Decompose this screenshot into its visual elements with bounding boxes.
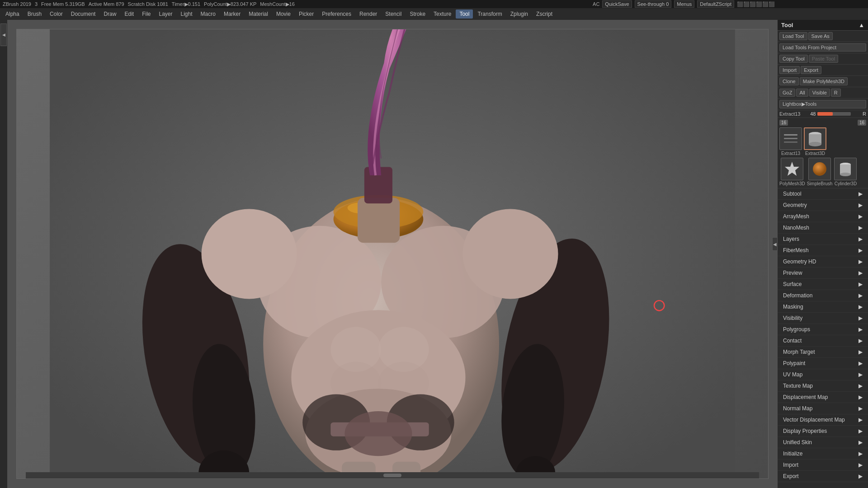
thumb-extract3d[interactable]: Extract3D — [804, 127, 826, 156]
goz-button[interactable]: GoZ — [779, 89, 795, 97]
section-vector-displacement-map-label: Vector Displacement Map — [783, 417, 845, 423]
save-as-button[interactable]: Save As — [808, 32, 833, 40]
section-displacement-map[interactable]: Displacement Map ▶ — [778, 392, 868, 403]
section-morph-target[interactable]: Morph Target ▶ — [778, 347, 868, 358]
menu-edit[interactable]: Edit — [121, 9, 137, 19]
extract-slider-fill — [817, 112, 832, 116]
section-layers[interactable]: Layers ▶ — [778, 234, 868, 245]
section-subtool[interactable]: Subtool ▶ — [778, 188, 868, 200]
import-button[interactable]: Import — [779, 66, 800, 74]
lightbox-tools-button[interactable]: Lightbox▶Tools — [779, 100, 866, 108]
section-texture-map[interactable]: Texture Map ▶ — [778, 380, 868, 392]
section-import-bottom[interactable]: Import ▶ — [778, 460, 868, 471]
menu-color[interactable]: Color — [46, 9, 66, 19]
left-btn-1[interactable]: ◀ — [0, 23, 7, 46]
canvas-area[interactable] — [7, 20, 778, 488]
quicksave-button[interactable]: QuickSave — [602, 0, 632, 8]
chevron-right-icon-8: ▶ — [859, 270, 863, 276]
thumb-polymesh3d[interactable]: PolyMesh3D — [779, 158, 805, 186]
load-tool-button[interactable]: Load Tool — [779, 32, 807, 40]
section-display-properties[interactable]: Display Properties ▶ — [778, 426, 868, 437]
section-masking[interactable]: Masking ▶ — [778, 301, 868, 313]
section-nanomesh[interactable]: NanoMesh ▶ — [778, 222, 868, 234]
menu-layer[interactable]: Layer — [156, 9, 176, 19]
make-polymesh3d-button[interactable]: Make PolyMesh3D — [800, 77, 848, 85]
menu-stroke[interactable]: Stroke — [406, 9, 429, 19]
tool-buttons-row1: Load Tool Save As — [778, 31, 868, 42]
section-import-bottom-label: Import — [783, 462, 798, 468]
r-key-button[interactable]: R — [831, 89, 841, 97]
icon-bar-icons: ⬛⬛⬛⬛⬛⬛ — [737, 1, 775, 7]
export-button[interactable]: Export — [801, 66, 821, 74]
section-uv-map[interactable]: UV Map ▶ — [778, 369, 868, 380]
section-preview[interactable]: Preview ▶ — [778, 267, 868, 279]
paste-tool-button[interactable]: Paste Tool — [809, 55, 838, 63]
menu-render[interactable]: Render — [356, 9, 381, 19]
thumb-cylinder3d[interactable]: Cylinder3D — [834, 158, 857, 186]
scroll-thumb[interactable] — [383, 474, 401, 477]
section-unified-skin[interactable]: Unified Skin ▶ — [778, 437, 868, 448]
sections-list: Subtool ▶ Geometry ▶ ArrayMesh ▶ NanoMes… — [778, 188, 868, 482]
section-initialize[interactable]: Initialize ▶ — [778, 448, 868, 460]
top-right-controls: AC QuickSave See-through 0 Menus Default… — [593, 0, 778, 8]
timer: Timer▶0.151 — [172, 1, 200, 7]
menu-tool[interactable]: Tool — [456, 9, 473, 19]
expand-icon[interactable]: ▲ — [859, 22, 864, 28]
section-displacement-map-label: Displacement Map — [783, 394, 828, 400]
menu-document[interactable]: Document — [67, 9, 99, 19]
menu-stencil[interactable]: Stencil — [382, 9, 405, 19]
canvas-inner[interactable] — [16, 29, 769, 479]
menu-transform[interactable]: Transform — [474, 9, 505, 19]
chevron-right-icon-21: ▶ — [859, 417, 863, 423]
section-visibility[interactable]: Visibility ▶ — [778, 313, 868, 324]
section-deformation[interactable]: Deformation ▶ — [778, 290, 868, 301]
section-contact[interactable]: Contact ▶ — [778, 335, 868, 347]
visible-button[interactable]: Visible — [809, 89, 830, 97]
menu-texture[interactable]: Texture — [430, 9, 455, 19]
menu-alpha[interactable]: Alpha — [2, 9, 23, 19]
horizontal-scrollbar[interactable] — [26, 472, 759, 479]
menu-marker[interactable]: Marker — [220, 9, 244, 19]
thumb-label-extract13-flat: Extract13 — [781, 151, 800, 156]
copy-tool-button[interactable]: Copy Tool — [779, 55, 808, 63]
menu-material[interactable]: Material — [245, 9, 272, 19]
menu-draw[interactable]: Draw — [100, 9, 120, 19]
see-through-button[interactable]: See-through 0 — [635, 0, 672, 8]
panel-collapse-button[interactable]: ◀ — [772, 237, 778, 251]
menu-preferences[interactable]: Preferences — [318, 9, 355, 19]
tool-thumbs-row2: PolyMesh3D SimpleBrush — [779, 158, 866, 186]
thumb-extract13-flat[interactable]: Extract13 — [779, 127, 802, 156]
section-geometry-hd[interactable]: Geometry HD ▶ — [778, 256, 868, 267]
clone-button[interactable]: Clone — [779, 77, 799, 85]
section-surface[interactable]: Surface ▶ — [778, 279, 868, 290]
section-fibermesh[interactable]: FiberMesh ▶ — [778, 245, 868, 256]
thumb-count-1: 16 — [779, 120, 788, 126]
section-polygroups[interactable]: Polygroups ▶ — [778, 324, 868, 335]
section-texture-map-label: Texture Map — [783, 383, 813, 389]
menus-button[interactable]: Menus — [674, 0, 694, 8]
menu-movie[interactable]: Movie — [273, 9, 294, 19]
menu-zplugin[interactable]: Zplugin — [507, 9, 532, 19]
menu-zscript[interactable]: Zscript — [533, 9, 556, 19]
menu-light[interactable]: Light — [177, 9, 196, 19]
section-normal-map[interactable]: Normal Map ▶ — [778, 403, 868, 414]
menu-file[interactable]: File — [138, 9, 154, 19]
thumb-simplebrush[interactable]: SimpleBrush — [807, 158, 833, 186]
load-from-project-button[interactable]: Load Tools From Project — [779, 43, 866, 52]
section-export-bottom[interactable]: Export ▶ — [778, 471, 868, 482]
section-visibility-label: Visibility — [783, 315, 802, 321]
chevron-right-icon-18: ▶ — [859, 383, 863, 389]
extract-slider[interactable] — [817, 112, 851, 116]
section-geometry[interactable]: Geometry ▶ — [778, 200, 868, 211]
menu-macro[interactable]: Macro — [197, 9, 219, 19]
section-polygroups-label: Polygroups — [783, 326, 810, 333]
default-zscript-button[interactable]: DefaultZScript — [697, 0, 734, 8]
menu-picker[interactable]: Picker — [295, 9, 317, 19]
section-polypaint-label: Polypaint — [783, 360, 805, 366]
section-vector-displacement-map[interactable]: Vector Displacement Map ▶ — [778, 414, 868, 426]
all-button[interactable]: All — [796, 89, 808, 97]
section-polypaint[interactable]: Polypaint ▶ — [778, 358, 868, 369]
menu-brush[interactable]: Brush — [24, 9, 45, 19]
section-arraymesh[interactable]: ArrayMesh ▶ — [778, 211, 868, 222]
chevron-right-icon-26: ▶ — [859, 473, 863, 479]
